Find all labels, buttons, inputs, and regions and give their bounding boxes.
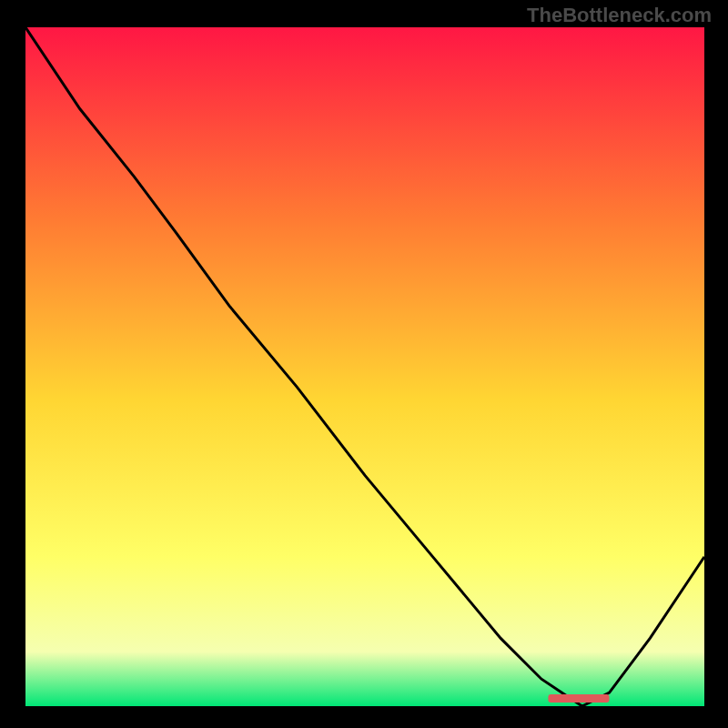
optimal-range-marker <box>548 694 609 703</box>
watermark-text: TheBottleneck.com <box>527 4 712 27</box>
gradient-background <box>25 27 704 706</box>
chart-container <box>25 27 704 706</box>
bottleneck-chart <box>25 27 704 706</box>
